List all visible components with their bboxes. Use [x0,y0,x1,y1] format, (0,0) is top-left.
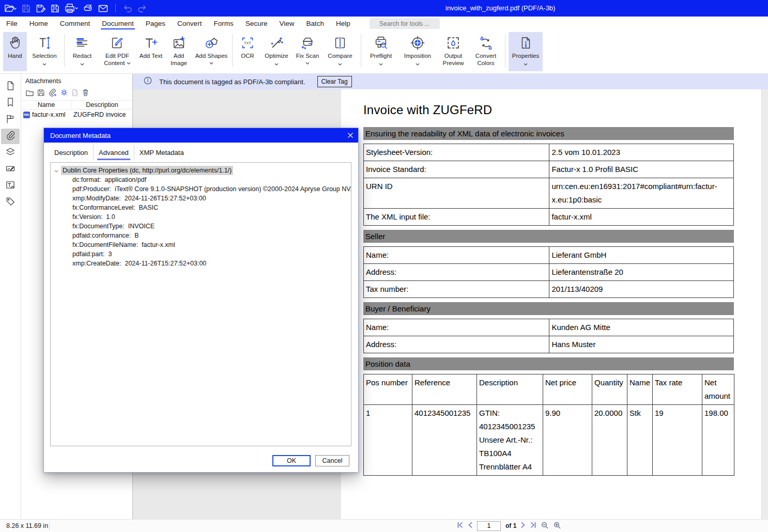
metadata-entry: xmp:CreateDate: 2024-11-26T15:27:52+03:0… [51,259,351,268]
tool-fix-scan[interactable]: Fix Scan [294,32,321,71]
column-header: Reference [412,374,477,405]
menu-item[interactable]: Pages [145,17,166,30]
tool-optimize[interactable]: Optimize [260,32,293,71]
delete-attachment-icon[interactable] [82,88,89,97]
sidebar-item-comments[interactable] [1,112,20,128]
cancel-button[interactable]: Cancel [315,455,349,466]
column-header-name[interactable]: Name [21,101,72,109]
column-header: Name [627,374,653,405]
print-settings-icon[interactable] [83,4,93,13]
imposition-icon [410,34,425,52]
tool-label: Convert Colors [470,53,502,67]
dialog-tab[interactable]: Description [49,145,93,161]
menu-item[interactable]: Convert [176,17,203,30]
print-icon[interactable] [65,4,78,13]
metadata-tree-root[interactable]: Dublin Core Properties (dc, http://purl.… [51,166,351,175]
next-page-icon[interactable] [521,522,526,530]
menu-item[interactable]: Comment [59,17,91,30]
sidebar-item-pages[interactable] [1,79,20,95]
page-number-input[interactable] [477,521,501,531]
first-page-icon[interactable] [457,522,463,530]
email-icon[interactable] [98,5,108,12]
tool-ocr[interactable]: TXT OCR [236,32,259,71]
table-row: Stylesheet-Version:2.5 vom 10.01.2023 [364,144,734,161]
undo-icon[interactable] [123,5,132,12]
info-icon [144,76,152,87]
tool-hand[interactable]: Hand [3,32,27,71]
tool-label: Properties [512,53,539,59]
fix-scan-icon [300,34,315,52]
properties-icon [518,34,533,52]
optimize-icon [269,34,284,52]
tool-add-text[interactable]: Add Text [138,32,164,71]
ribbon-separator [505,34,505,67]
zoom-out-icon[interactable] [541,522,549,530]
last-page-icon[interactable] [530,522,536,530]
close-icon[interactable] [343,128,358,143]
ok-button[interactable]: OK [272,455,311,466]
chevron-down-icon [265,60,288,68]
zoom-in-icon[interactable] [554,522,561,530]
table-row: The XML input file:factur-x.xml [364,209,734,226]
attachment-settings-icon[interactable] [60,88,68,97]
save-as-icon[interactable] [36,4,45,13]
menu-item[interactable]: File [5,17,19,30]
redo-icon[interactable] [137,5,147,12]
attachment-row[interactable]: XMLfactur-x.xml ZUGFeRD invoice [21,109,132,120]
qat-separator [115,4,116,12]
tool-label: Selection [32,53,56,59]
dialog-tab[interactable]: XMP Metadata [134,145,189,161]
tool-edit-pdf-content[interactable]: Edit PDF Content [98,32,137,71]
ocr-icon: TXT [240,34,255,52]
sidebar-item-layers[interactable] [1,145,20,161]
tool-add-image[interactable]: Add Image [165,32,193,71]
sidebar-item-bookmarks[interactable] [1,96,20,111]
page-count-label: of 1 [505,522,516,529]
tool-label: Output Preview [438,53,469,67]
clear-tag-button[interactable]: Clear Tag [317,76,352,87]
layers-icon [5,146,16,160]
menu-item[interactable]: Batch [305,17,325,30]
dialog-tabs: Description Advanced XMP Metadata [44,145,358,161]
tool-compare[interactable]: Compare [322,32,358,71]
xml-file-icon: XML [23,112,30,118]
tool-preflight[interactable]: Preflight [364,32,397,71]
open-icon[interactable] [4,4,17,13]
menu-bar: File Home Comment Document Pages Convert… [0,17,768,30]
tool-add-shapes[interactable]: Add Shapes [194,32,229,71]
column-header-description[interactable]: Description [72,101,132,109]
tool-properties[interactable]: Properties [509,32,543,71]
menu-item[interactable]: Help [335,17,351,30]
menu-item[interactable]: Forms [212,17,234,30]
dialog-tab[interactable]: Advanced [93,145,134,161]
sidebar-item-attachments[interactable] [1,129,20,144]
signature-icon [5,163,16,176]
menu-item[interactable]: View [278,17,295,30]
tool-output-preview[interactable]: Output Preview [438,32,469,71]
open-attachment-icon[interactable] [25,89,34,97]
tool-imposition[interactable]: Imposition [398,32,437,71]
vertical-scrollbar[interactable] [761,89,768,519]
metadata-entry: pdfaid:part: 3 [51,249,351,259]
menu-item[interactable]: Document [101,17,135,30]
menu-item[interactable]: Secure [244,17,269,30]
tool-label: Redact [73,53,91,59]
add-attachment-icon[interactable] [48,88,57,97]
tool-convert-colors[interactable]: Convert Colors [470,32,502,71]
column-header: Description [477,374,543,405]
save-icon[interactable] [22,4,30,13]
save-attachment-icon[interactable] [37,89,45,97]
sidebar-item-signatures[interactable] [1,162,20,177]
save-copy-icon[interactable] [51,4,59,13]
tool-selection[interactable]: Selection [28,32,61,71]
embed-file-icon[interactable] [71,89,79,97]
table-row: URN IDurn:cen.eu:en16931:2017#compliant#… [364,178,734,209]
tool-label: Edit PDF Content [104,53,129,66]
dialog-title: Document Metadata [50,132,111,139]
sidebar-item-content[interactable] [1,178,20,194]
search-input[interactable] [370,18,440,29]
menu-item[interactable]: Home [28,17,49,30]
tool-redact[interactable]: Redact [68,32,97,71]
sidebar-item-tags[interactable] [1,195,20,210]
previous-page-icon[interactable] [468,522,472,530]
